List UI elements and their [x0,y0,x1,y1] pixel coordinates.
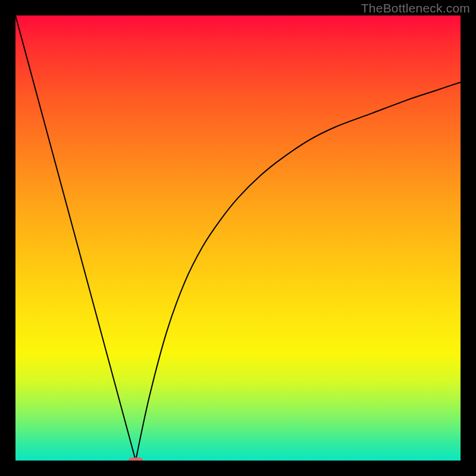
chart-stage: TheBottleneck.com [0,0,476,476]
watermark-text: TheBottleneck.com [361,1,470,15]
chart-frame [0,0,476,476]
